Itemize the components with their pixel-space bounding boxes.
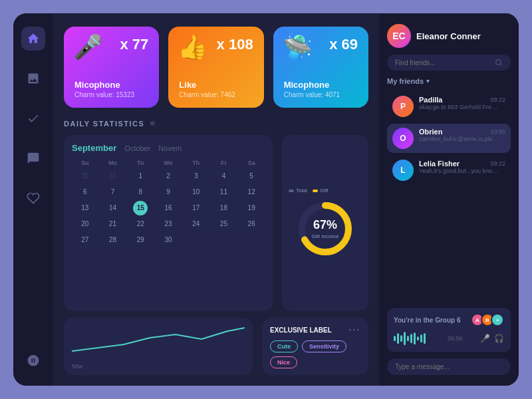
cal-day[interactable]: 30 <box>72 169 98 184</box>
exclusive-section: EXCLUSIVE LABEL ··· Cute Sensitivity Nic… <box>262 318 368 375</box>
friend-time-padilla: 09:22 <box>490 96 505 103</box>
friends-list: P Padilla 09:22 okay,ge to 663 Gerhold F… <box>387 92 511 301</box>
message-input-bar[interactable] <box>387 358 511 375</box>
user-avatar: EC <box>387 24 411 48</box>
cal-day[interactable]: 19 <box>238 201 265 215</box>
cal-day[interactable]: 18 <box>211 201 237 215</box>
cal-day[interactable]: 21 <box>100 217 126 231</box>
cal-day[interactable]: 30 <box>155 233 182 247</box>
cal-day[interactable]: 1 <box>127 169 154 184</box>
headphone-icon[interactable]: 🎧 <box>494 334 504 343</box>
cal-header-tu: Tu <box>127 158 154 168</box>
month-tab-october[interactable]: October <box>124 144 150 152</box>
cal-day[interactable]: 8 <box>127 185 154 200</box>
month-tab-novem[interactable]: Novem <box>158 144 182 152</box>
search-input[interactable] <box>395 59 491 66</box>
cal-day[interactable]: 2 <box>155 169 182 184</box>
user-header: EC Eleanor Conner <box>387 24 511 48</box>
cal-day[interactable]: 9 <box>155 185 182 200</box>
cal-day-today[interactable]: 15 <box>133 201 148 215</box>
user-name: Eleanor Conner <box>416 31 481 41</box>
friend-msg-padilla: okay,ge to 663 Gerhold Freeway Apt. 302 <box>419 104 499 110</box>
cal-header-sa: Sa <box>238 158 265 168</box>
friend-time-obrien: 13:55 <box>490 128 505 135</box>
friend-avatar-lelia: L <box>392 160 414 181</box>
month-tab-september[interactable]: September <box>72 143 116 153</box>
chart-y-label: 50w <box>72 363 83 370</box>
card-title-2: Like <box>179 80 253 90</box>
friend-item-lelia[interactable]: L Lelia Fisher 09:22 Yeah,it's good,but.… <box>387 156 511 185</box>
cal-header-we: We <box>155 158 182 168</box>
group-time: 26:56 <box>448 335 463 342</box>
cal-day[interactable]: 10 <box>183 185 209 200</box>
tag-cute[interactable]: Cute <box>270 340 298 352</box>
card-like[interactable]: 👍 x 108 Like Charm value: 7462 <box>168 27 263 108</box>
donut-label: Gift Income <box>312 233 339 239</box>
cal-day[interactable]: 6 <box>72 185 98 200</box>
sidebar-icon-gallery[interactable] <box>21 66 45 90</box>
sidebar <box>13 13 53 386</box>
filter-icon[interactable]: ≡ <box>150 118 156 128</box>
cal-day[interactable]: 20 <box>72 217 98 231</box>
exclusive-title: EXCLUSIVE LABEL ··· <box>270 325 360 335</box>
group-header: You're in the Group 6 A B + <box>394 313 504 327</box>
friend-item-obrien[interactable]: O Obrien 13:55 camden_kuhic@amie.io,plea… <box>387 124 511 153</box>
stats-area: September October Novem Su Mo Tu We Th F… <box>64 135 368 311</box>
cal-day[interactable]: 24 <box>183 217 209 231</box>
cal-day[interactable]: 3 <box>183 169 209 184</box>
sidebar-icon-task[interactable] <box>21 106 45 130</box>
friend-info-padilla: Padilla 09:22 okay,ge to 663 Gerhold Fre… <box>419 96 505 117</box>
friend-avatar-padilla: P <box>392 96 414 117</box>
friend-info-lelia: Lelia Fisher 09:22 Yeah,it's good,but...… <box>419 160 505 181</box>
friend-info-obrien: Obrien 13:55 camden_kuhic@amie.io,please… <box>419 128 505 149</box>
cal-day[interactable]: 23 <box>155 217 182 231</box>
cal-day[interactable]: 22 <box>127 217 154 231</box>
cal-day[interactable]: 27 <box>72 233 98 247</box>
card-title-1: Micophone <box>74 80 148 90</box>
sidebar-icon-home[interactable] <box>21 27 45 51</box>
cal-day[interactable]: 29 <box>127 233 154 247</box>
tag-nice[interactable]: Nice <box>270 356 297 368</box>
cal-day[interactable]: 13 <box>72 201 98 215</box>
card-icon-mic: 🎤 <box>73 33 103 61</box>
cal-day[interactable]: 11 <box>211 185 237 200</box>
card-icon-like: 👍 <box>178 33 207 61</box>
search-icon <box>495 59 503 66</box>
cal-day[interactable]: 16 <box>155 201 182 215</box>
cal-header-su: Su <box>72 158 98 168</box>
friend-item-padilla[interactable]: P Padilla 09:22 okay,ge to 663 Gerhold F… <box>387 92 511 121</box>
main-content: 🎤 x 77 Micophone Charm value: 15323 👍 x … <box>53 13 379 386</box>
donut-percent: 67% <box>312 218 339 232</box>
svg-point-2 <box>496 60 501 65</box>
card-subtitle-3: Charm value: 4071 <box>284 91 358 98</box>
card-microphone-3[interactable]: 🛸 x 69 Micophone Charm value: 4071 <box>273 27 368 108</box>
sidebar-icon-message[interactable] <box>21 146 45 170</box>
sidebar-icon-heart[interactable] <box>21 186 45 210</box>
chevron-down-icon[interactable]: ▾ <box>426 78 430 84</box>
sidebar-icon-settings[interactable] <box>21 348 45 372</box>
cal-day[interactable]: 25 <box>211 217 237 231</box>
search-bar[interactable] <box>387 55 511 70</box>
calendar-section: September October Novem Su Mo Tu We Th F… <box>64 135 273 311</box>
message-input[interactable] <box>395 363 503 370</box>
chart-area: 50w <box>64 318 253 375</box>
cal-day[interactable]: 5 <box>238 169 265 184</box>
cal-day[interactable]: 14 <box>100 201 126 215</box>
bottom-row: 50w EXCLUSIVE LABEL ··· Cute Sensitivity… <box>64 318 368 375</box>
mic-icon[interactable]: 🎤 <box>480 334 490 343</box>
cal-header-mo: Mo <box>100 158 126 168</box>
cal-day[interactable]: 7 <box>100 185 126 200</box>
cal-day[interactable]: 17 <box>183 201 209 215</box>
friend-msg-obrien: camden_kuhic@amie.io,please contact me~ <box>419 136 499 142</box>
exclusive-dots[interactable]: ··· <box>348 325 360 335</box>
friend-msg-lelia: Yeah,it's good,but...you know what I thi… <box>419 168 499 174</box>
tag-sensitivity[interactable]: Sensitivity <box>302 340 346 352</box>
cal-day[interactable]: 28 <box>100 233 126 247</box>
tags-container: Cute Sensitivity Nice <box>270 340 360 368</box>
group-section: You're in the Group 6 A B + <box>387 308 511 352</box>
cal-day[interactable]: 26 <box>238 217 265 231</box>
cal-day[interactable]: 12 <box>238 185 265 200</box>
cal-day[interactable]: 31 <box>100 169 126 184</box>
card-microphone-1[interactable]: 🎤 x 77 Micophone Charm value: 15323 <box>64 27 159 108</box>
cal-day[interactable]: 4 <box>211 169 237 184</box>
